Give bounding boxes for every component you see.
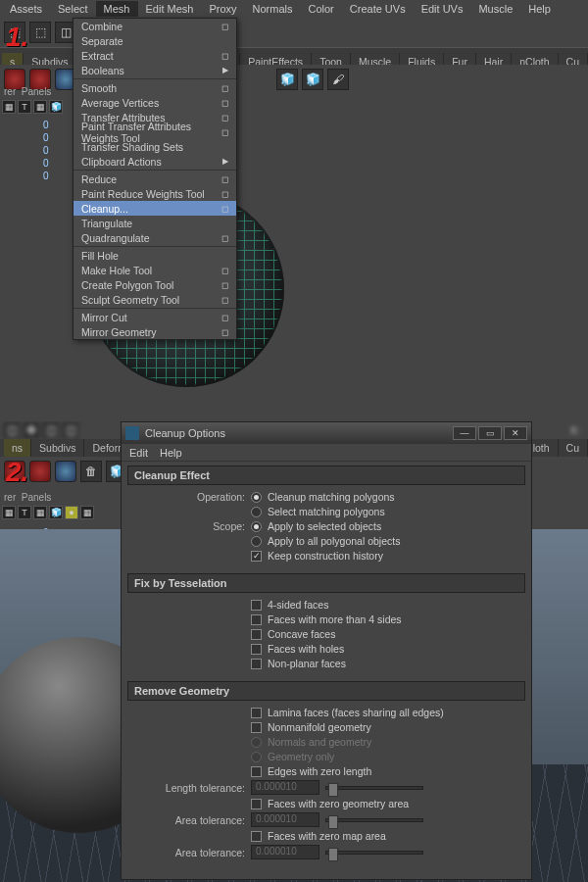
radio-cleanup-matching[interactable]: [251, 492, 262, 503]
minimize-button[interactable]: —: [453, 426, 476, 440]
panel-btn[interactable]: ▦: [33, 506, 47, 519]
panel-btn[interactable]: 🧊: [49, 100, 63, 114]
shelf-icon[interactable]: [29, 461, 51, 482]
panel-btn[interactable]: 🧊: [49, 506, 63, 519]
menu-item-mirror-geometry[interactable]: Mirror Geometry◻: [74, 324, 236, 339]
radio-apply-selected[interactable]: [251, 521, 262, 532]
panel-btn[interactable]: T: [18, 100, 31, 114]
panel-btn[interactable]: ▦: [33, 100, 47, 114]
menu-assets[interactable]: Assets: [2, 1, 50, 17]
menu-item-clipboard-actions[interactable]: Clipboard Actions▶: [74, 154, 236, 169]
shelf-icon[interactable]: 🗑: [80, 461, 102, 482]
menu-item-mirror-cut[interactable]: Mirror Cut◻: [74, 310, 236, 324]
check-nonmanifold[interactable]: [251, 722, 262, 733]
close-button[interactable]: ✕: [504, 426, 527, 440]
menu-item-paint-reduce-weights-tool[interactable]: Paint Reduce Weights Tool◻: [74, 186, 236, 201]
option-box-icon[interactable]: ◻: [221, 98, 228, 108]
menu-normals[interactable]: Normals: [245, 1, 301, 17]
area-tol-slider[interactable]: [325, 818, 423, 822]
area-tol2-field[interactable]: 0.000010: [251, 845, 319, 859]
option-box-icon[interactable]: ◻: [221, 233, 228, 243]
menu-edituvs[interactable]: Edit UVs: [414, 1, 471, 17]
tool-icon[interactable]: ⬚: [29, 22, 51, 43]
tool-icon[interactable]: ◫: [63, 422, 78, 438]
menu-item-separate[interactable]: Separate: [74, 33, 236, 48]
radio-select-matching[interactable]: [251, 507, 262, 517]
panel-btn[interactable]: T: [18, 506, 31, 519]
menu-proxy[interactable]: Proxy: [201, 1, 244, 17]
section-heading[interactable]: Remove Geometry: [127, 681, 525, 701]
check-4-sided-faces[interactable]: [251, 600, 262, 611]
option-box-icon[interactable]: ◻: [221, 22, 228, 31]
shelf-tab[interactable]: ns: [4, 439, 31, 457]
menu-item-extract[interactable]: Extract◻: [74, 48, 236, 63]
panel-btn[interactable]: ●: [65, 506, 78, 519]
dialog-menu-help[interactable]: Help: [160, 447, 182, 459]
menu-item-quadrangulate[interactable]: Quadrangulate◻: [74, 230, 236, 245]
shelf-icon[interactable]: 🧊: [276, 69, 298, 90]
option-box-icon[interactable]: ◻: [221, 174, 228, 184]
shelf-tab[interactable]: Subdivs: [31, 439, 84, 457]
menu-item-fill-hole[interactable]: Fill Hole: [74, 248, 236, 263]
check-faces-zero-area[interactable]: [251, 799, 262, 809]
area-tol-field[interactable]: 0.000010: [251, 812, 319, 827]
panel-btn[interactable]: ▦: [2, 506, 16, 519]
panel-btn[interactable]: ▦: [80, 506, 94, 519]
shelf-icon[interactable]: [55, 461, 76, 482]
check-faces-with-holes[interactable]: [251, 644, 262, 655]
shelf-icon[interactable]: 🖌: [327, 69, 349, 90]
main-menubar: Assets Select Mesh Edit Mesh Proxy Norma…: [0, 0, 588, 18]
area-tol2-slider[interactable]: [325, 851, 423, 855]
dialog-titlebar[interactable]: Cleanup Options — ▭ ✕: [122, 422, 531, 444]
menu-item-reduce[interactable]: Reduce◻: [74, 172, 236, 186]
menu-item-create-polygon-tool[interactable]: Create Polygon Tool◻: [74, 277, 236, 292]
dialog-menu-edit[interactable]: Edit: [129, 447, 148, 459]
check-faces-zero-map[interactable]: [251, 831, 262, 842]
option-box-icon[interactable]: ◻: [221, 266, 228, 275]
tool-icon[interactable]: ✥: [24, 422, 39, 438]
option-box-icon[interactable]: ◻: [221, 189, 228, 199]
check-lamina[interactable]: [251, 708, 262, 718]
shelf-tab[interactable]: Cu: [559, 439, 588, 457]
option-box-icon[interactable]: ◻: [221, 280, 228, 290]
option-box-icon[interactable]: ◻: [221, 313, 228, 322]
tool-icon[interactable]: ◫: [4, 422, 20, 438]
option-box-icon[interactable]: ◻: [221, 113, 228, 122]
check-keep-history[interactable]: [251, 551, 262, 562]
check-non-planar-faces[interactable]: [251, 659, 262, 669]
tool-icon[interactable]: ◫: [43, 422, 59, 438]
menu-item-booleans[interactable]: Booleans▶: [74, 63, 236, 77]
radio-apply-all[interactable]: [251, 536, 262, 547]
check-concave-faces[interactable]: [251, 629, 262, 640]
menu-item-smooth[interactable]: Smooth◻: [74, 80, 236, 95]
option-box-icon[interactable]: ◻: [221, 204, 228, 214]
section-heading[interactable]: Fix by Tesselation: [127, 573, 525, 593]
menu-item-cleanup[interactable]: Cleanup...◻: [74, 201, 236, 216]
option-box-icon[interactable]: ◻: [221, 127, 228, 137]
check-edges-zero[interactable]: [251, 766, 262, 777]
menu-mesh[interactable]: Mesh: [96, 1, 138, 17]
menu-createuvs[interactable]: Create UVs: [342, 1, 414, 17]
option-box-icon[interactable]: ◻: [221, 51, 228, 61]
length-tol-slider[interactable]: [325, 786, 423, 790]
menu-help[interactable]: Help: [520, 1, 559, 17]
shelf-icon[interactable]: 🧊: [302, 69, 323, 90]
menu-item-combine[interactable]: Combine◻: [74, 19, 236, 33]
option-box-icon[interactable]: ◻: [221, 295, 228, 305]
menu-muscle[interactable]: Muscle: [470, 1, 520, 17]
menu-item-sculpt-geometry-tool[interactable]: Sculpt Geometry Tool◻: [74, 292, 236, 307]
length-tol-field[interactable]: 0.000010: [251, 780, 319, 795]
menu-item-make-hole-tool[interactable]: Make Hole Tool◻: [74, 263, 236, 277]
maximize-button[interactable]: ▭: [478, 426, 502, 440]
option-box-icon[interactable]: ◻: [221, 83, 228, 93]
panel-btn[interactable]: ▦: [2, 100, 16, 114]
section-heading[interactable]: Cleanup Effect: [127, 466, 525, 485]
option-box-icon[interactable]: ◻: [221, 327, 228, 337]
menu-item-average-vertices[interactable]: Average Vertices◻: [74, 95, 236, 110]
menu-editmesh[interactable]: Edit Mesh: [138, 1, 202, 17]
menu-select[interactable]: Select: [50, 1, 96, 17]
check-faces-with-more-than-4-sides[interactable]: [251, 614, 262, 625]
menu-item-triangulate[interactable]: Triangulate: [74, 216, 236, 230]
menu-color[interactable]: Color: [301, 1, 342, 17]
menu-item-paint-transfer-attributes-weights-tool[interactable]: Paint Transfer Attributes Weights Tool◻: [74, 124, 236, 139]
